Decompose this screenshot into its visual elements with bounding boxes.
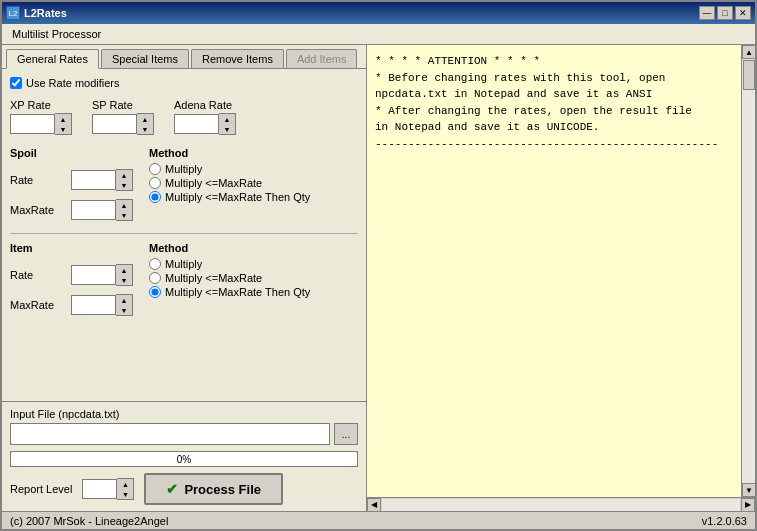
file-input[interactable]: npcdata.txt <box>10 423 330 445</box>
sp-rate-spinner-btns: ▲ ▼ <box>137 113 154 135</box>
spoil-rate-down[interactable]: ▼ <box>116 180 132 190</box>
item-maxrate-spinner: 50,00 ▲ ▼ <box>71 294 133 316</box>
scrollbar-thumb[interactable] <box>743 60 755 90</box>
bottom-panel: Input File (npcdata.txt) npcdata.txt ...… <box>2 401 366 511</box>
input-file-label: Input File (npcdata.txt) <box>10 408 358 420</box>
spoil-rate-row: Rate 1,00 ▲ ▼ <box>10 169 133 191</box>
sp-rate-up[interactable]: ▲ <box>137 114 153 124</box>
report-level-down[interactable]: ▼ <box>117 489 133 499</box>
item-multiply-label: Multiply <box>165 258 202 270</box>
scroll-left-button[interactable]: ◀ <box>367 498 381 512</box>
spoil-maxrate-qty-label: Multiply <=MaxRate Then Qty <box>165 191 310 203</box>
maximize-button[interactable]: □ <box>717 6 733 20</box>
progress-bar-container: 0% <box>10 451 358 467</box>
report-level-input[interactable]: 0 <box>82 479 117 499</box>
item-rate-up[interactable]: ▲ <box>116 265 132 275</box>
tab-add-items: Add Items <box>286 49 358 68</box>
browse-button[interactable]: ... <box>334 423 358 445</box>
item-rate-row: Rate 1,00 ▲ ▼ <box>10 264 133 286</box>
xp-rate-spinner: 1,00 ▲ ▼ <box>10 113 72 135</box>
status-version: v1.2.0.63 <box>702 515 747 527</box>
title-buttons: — □ ✕ <box>699 6 751 20</box>
report-level-up[interactable]: ▲ <box>117 479 133 489</box>
app-icon: L2 <box>6 6 20 20</box>
spoil-maxrate-input[interactable]: 50,00 <box>71 200 116 220</box>
item-rate-input[interactable]: 1,00 <box>71 265 116 285</box>
adena-rate-group: Adena Rate 1,00 ▲ ▼ <box>174 99 236 135</box>
spoil-maxrate-up[interactable]: ▲ <box>116 200 132 210</box>
minimize-button[interactable]: — <box>699 6 715 20</box>
scroll-up-button[interactable]: ▲ <box>742 45 755 59</box>
info-line2: * Before changing rates with this tool, … <box>375 70 733 87</box>
sp-rate-group: SP Rate 1,00 ▲ ▼ <box>92 99 154 135</box>
check-icon: ✔ <box>166 481 178 497</box>
item-method-col: Method Multiply Multiply <=MaxRate Multi… <box>149 242 310 320</box>
main-window: L2 L2Rates — □ ✕ Multilist Processor Gen… <box>0 0 757 531</box>
title-bar: L2 L2Rates — □ ✕ <box>2 2 755 24</box>
info-divider: ----------------------------------------… <box>375 136 733 153</box>
adena-rate-down[interactable]: ▼ <box>219 124 235 134</box>
spoil-fields: Spoil Rate 1,00 ▲ ▼ <box>10 147 133 225</box>
xp-rate-input[interactable]: 1,00 <box>10 114 55 134</box>
xp-rate-down[interactable]: ▼ <box>55 124 71 134</box>
use-rate-modifiers-label: Use Rate modifiers <box>26 77 120 89</box>
spoil-method-maxrate: Multiply <=MaxRate <box>149 177 310 189</box>
close-button[interactable]: ✕ <box>735 6 751 20</box>
item-maxrate-qty-radio[interactable] <box>149 286 161 298</box>
xp-rate-label: XP Rate <box>10 99 51 111</box>
adena-rate-label: Adena Rate <box>174 99 232 111</box>
spoil-multiply-radio[interactable] <box>149 163 161 175</box>
item-multiply-radio[interactable] <box>149 258 161 270</box>
item-label: Item <box>10 242 133 254</box>
item-maxrate-up[interactable]: ▲ <box>116 295 132 305</box>
spoil-maxrate-btns: ▲ ▼ <box>116 199 133 221</box>
item-maxrate-input[interactable]: 50,00 <box>71 295 116 315</box>
item-rate-down[interactable]: ▼ <box>116 275 132 285</box>
spoil-rate-up[interactable]: ▲ <box>116 170 132 180</box>
spoil-method-multiply: Multiply <box>149 163 310 175</box>
spoil-rate-label: Rate <box>10 174 65 186</box>
info-text-area: * * * * ATTENTION * * * * * Before chang… <box>367 45 741 497</box>
item-rate-spinner: 1,00 ▲ ▼ <box>71 264 133 286</box>
process-file-button[interactable]: ✔ Process File <box>144 473 283 505</box>
menu-multilist-processor[interactable]: Multilist Processor <box>6 26 107 42</box>
spoil-maxrate-method-label: Multiply <=MaxRate <box>165 177 262 189</box>
tab-remove-items[interactable]: Remove Items <box>191 49 284 68</box>
section-divider <box>10 233 358 234</box>
spoil-maxrate-radio[interactable] <box>149 177 161 189</box>
spoil-rate-btns: ▲ ▼ <box>116 169 133 191</box>
vertical-scrollbar: ▲ ▼ <box>741 45 755 497</box>
scrollbar-track <box>742 59 755 483</box>
scroll-down-button[interactable]: ▼ <box>742 483 755 497</box>
use-rate-modifiers-checkbox[interactable] <box>10 77 22 89</box>
horizontal-scrollbar: ◀ ▶ <box>367 497 755 511</box>
adena-rate-up[interactable]: ▲ <box>219 114 235 124</box>
item-section: Item Rate 1,00 ▲ ▼ <box>10 242 358 320</box>
adena-rate-spinner-btns: ▲ ▼ <box>219 113 236 135</box>
info-line1: * * * * ATTENTION * * * * <box>375 53 733 70</box>
tab-general-rates[interactable]: General Rates <box>6 49 99 69</box>
right-panel-inner: * * * * ATTENTION * * * * * Before chang… <box>367 45 755 497</box>
item-maxrate-btns: ▲ ▼ <box>116 294 133 316</box>
report-level-spinner: 0 ▲ ▼ <box>82 478 134 500</box>
spoil-method-maxrate-qty: Multiply <=MaxRate Then Qty <box>149 191 310 203</box>
left-panel: General Rates Special Items Remove Items… <box>2 45 367 511</box>
item-method-maxrate-qty: Multiply <=MaxRate Then Qty <box>149 286 310 298</box>
spoil-maxrate-down[interactable]: ▼ <box>116 210 132 220</box>
item-maxrate-down[interactable]: ▼ <box>116 305 132 315</box>
item-method-multiply: Multiply <box>149 258 310 270</box>
spoil-rate-input[interactable]: 1,00 <box>71 170 116 190</box>
xp-rate-up[interactable]: ▲ <box>55 114 71 124</box>
sp-rate-input[interactable]: 1,00 <box>92 114 137 134</box>
info-line3: npcdata.txt in Notepad and save it as AN… <box>375 86 733 103</box>
scroll-right-button[interactable]: ▶ <box>741 498 755 512</box>
sp-rate-down[interactable]: ▼ <box>137 124 153 134</box>
xp-rate-group: XP Rate 1,00 ▲ ▼ <box>10 99 72 135</box>
spoil-maxrate-qty-radio[interactable] <box>149 191 161 203</box>
adena-rate-input[interactable]: 1,00 <box>174 114 219 134</box>
report-row: Report Level 0 ▲ ▼ ✔ Process File <box>10 473 358 505</box>
spoil-label: Spoil <box>10 147 133 159</box>
tab-special-items[interactable]: Special Items <box>101 49 189 68</box>
spoil-method-label: Method <box>149 147 310 159</box>
item-maxrate-radio[interactable] <box>149 272 161 284</box>
